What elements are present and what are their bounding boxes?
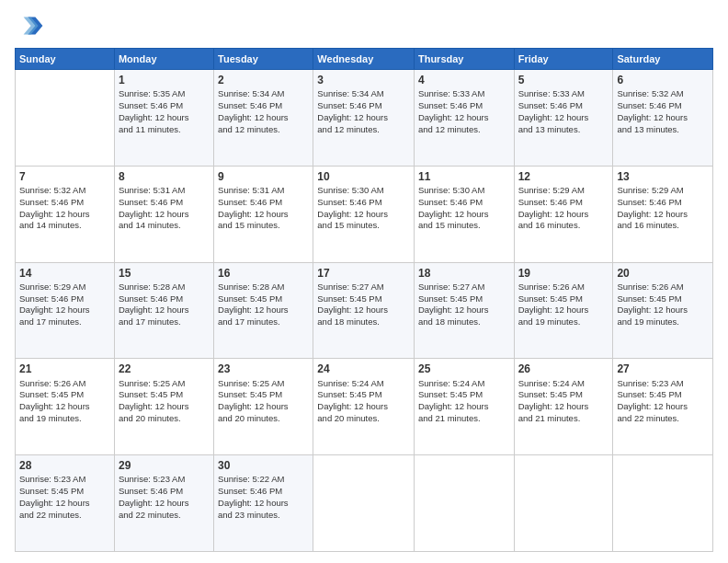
- day-number: 15: [119, 266, 210, 281]
- calendar-cell: 24Sunrise: 5:24 AM Sunset: 5:45 PM Dayli…: [313, 359, 415, 455]
- day-number: 11: [418, 169, 510, 184]
- day-number: 6: [617, 73, 709, 87]
- calendar-cell: 20Sunrise: 5:26 AM Sunset: 5:45 PM Dayli…: [613, 262, 713, 359]
- logo-icon: [15, 11, 44, 40]
- day-number: 7: [19, 169, 110, 184]
- day-number: 22: [119, 362, 210, 376]
- calendar-week-row: 28Sunrise: 5:23 AM Sunset: 5:45 PM Dayli…: [16, 455, 713, 552]
- calendar-cell: 1Sunrise: 5:35 AM Sunset: 5:46 PM Daylig…: [114, 70, 213, 167]
- calendar-cell: 17Sunrise: 5:27 AM Sunset: 5:45 PM Dayli…: [313, 262, 415, 359]
- day-info: Sunrise: 5:26 AM Sunset: 5:45 PM Dayligh…: [518, 282, 609, 328]
- calendar-week-row: 1Sunrise: 5:35 AM Sunset: 5:46 PM Daylig…: [16, 70, 713, 167]
- day-info: Sunrise: 5:29 AM Sunset: 5:46 PM Dayligh…: [19, 282, 110, 328]
- day-number: 3: [317, 73, 410, 87]
- day-info: Sunrise: 5:31 AM Sunset: 5:46 PM Dayligh…: [218, 185, 309, 232]
- day-number: 20: [617, 266, 709, 281]
- day-of-week-header: Thursday: [414, 49, 514, 70]
- day-number: 13: [617, 169, 709, 184]
- day-of-week-header: Friday: [514, 49, 613, 70]
- day-info: Sunrise: 5:34 AM Sunset: 5:46 PM Dayligh…: [317, 88, 410, 135]
- day-number: 10: [317, 169, 410, 184]
- day-number: 4: [418, 73, 510, 87]
- calendar-week-row: 14Sunrise: 5:29 AM Sunset: 5:46 PM Dayli…: [16, 262, 713, 359]
- day-info: Sunrise: 5:26 AM Sunset: 5:45 PM Dayligh…: [19, 378, 110, 425]
- day-number: 9: [218, 169, 309, 184]
- day-number: 19: [518, 266, 609, 281]
- day-number: 14: [19, 266, 110, 281]
- calendar-cell: 4Sunrise: 5:33 AM Sunset: 5:46 PM Daylig…: [414, 70, 514, 167]
- calendar-cell: 23Sunrise: 5:25 AM Sunset: 5:45 PM Dayli…: [214, 359, 313, 455]
- day-info: Sunrise: 5:34 AM Sunset: 5:46 PM Dayligh…: [218, 88, 309, 135]
- day-number: 1: [119, 73, 210, 87]
- day-info: Sunrise: 5:31 AM Sunset: 5:46 PM Dayligh…: [119, 185, 210, 232]
- calendar-cell: 18Sunrise: 5:27 AM Sunset: 5:45 PM Dayli…: [414, 262, 514, 359]
- calendar-cell: 10Sunrise: 5:30 AM Sunset: 5:46 PM Dayli…: [313, 166, 415, 262]
- day-of-week-header: Tuesday: [214, 49, 313, 70]
- calendar-cell: 6Sunrise: 5:32 AM Sunset: 5:46 PM Daylig…: [613, 70, 713, 167]
- day-number: 28: [19, 458, 110, 473]
- calendar-cell: 9Sunrise: 5:31 AM Sunset: 5:46 PM Daylig…: [214, 166, 313, 262]
- day-info: Sunrise: 5:23 AM Sunset: 5:45 PM Dayligh…: [19, 474, 110, 521]
- calendar-cell: [613, 455, 713, 552]
- calendar-cell: 15Sunrise: 5:28 AM Sunset: 5:46 PM Dayli…: [114, 262, 213, 359]
- calendar-cell: 3Sunrise: 5:34 AM Sunset: 5:46 PM Daylig…: [313, 70, 415, 167]
- calendar-cell: [414, 455, 514, 552]
- calendar-week-row: 7Sunrise: 5:32 AM Sunset: 5:46 PM Daylig…: [16, 166, 713, 262]
- day-info: Sunrise: 5:30 AM Sunset: 5:46 PM Dayligh…: [317, 185, 410, 232]
- calendar-cell: 12Sunrise: 5:29 AM Sunset: 5:46 PM Dayli…: [514, 166, 613, 262]
- day-of-week-header: Monday: [114, 49, 213, 70]
- calendar-cell: 2Sunrise: 5:34 AM Sunset: 5:46 PM Daylig…: [214, 70, 313, 167]
- calendar-cell: 26Sunrise: 5:24 AM Sunset: 5:45 PM Dayli…: [514, 359, 613, 455]
- day-info: Sunrise: 5:29 AM Sunset: 5:46 PM Dayligh…: [518, 185, 609, 232]
- day-number: 8: [119, 169, 210, 184]
- calendar-cell: 14Sunrise: 5:29 AM Sunset: 5:46 PM Dayli…: [16, 262, 115, 359]
- calendar-cell: 30Sunrise: 5:22 AM Sunset: 5:46 PM Dayli…: [214, 455, 313, 552]
- calendar-cell: 21Sunrise: 5:26 AM Sunset: 5:45 PM Dayli…: [16, 359, 115, 455]
- calendar-cell: [313, 455, 415, 552]
- day-info: Sunrise: 5:32 AM Sunset: 5:46 PM Dayligh…: [19, 185, 110, 232]
- day-info: Sunrise: 5:35 AM Sunset: 5:46 PM Dayligh…: [119, 88, 210, 135]
- day-number: 5: [518, 73, 609, 87]
- calendar-cell: 11Sunrise: 5:30 AM Sunset: 5:46 PM Dayli…: [414, 166, 514, 262]
- day-number: 24: [317, 362, 410, 376]
- day-info: Sunrise: 5:22 AM Sunset: 5:46 PM Dayligh…: [218, 474, 309, 521]
- day-number: 27: [617, 362, 709, 376]
- calendar-cell: 27Sunrise: 5:23 AM Sunset: 5:45 PM Dayli…: [613, 359, 713, 455]
- day-info: Sunrise: 5:30 AM Sunset: 5:46 PM Dayligh…: [418, 185, 510, 232]
- day-info: Sunrise: 5:32 AM Sunset: 5:46 PM Dayligh…: [617, 88, 709, 135]
- calendar-header-row: SundayMondayTuesdayWednesdayThursdayFrid…: [16, 49, 713, 70]
- day-of-week-header: Wednesday: [313, 49, 415, 70]
- day-number: 12: [518, 169, 609, 184]
- day-number: 25: [418, 362, 510, 376]
- calendar-cell: 5Sunrise: 5:33 AM Sunset: 5:46 PM Daylig…: [514, 70, 613, 167]
- day-info: Sunrise: 5:25 AM Sunset: 5:45 PM Dayligh…: [218, 378, 309, 425]
- calendar-cell: 19Sunrise: 5:26 AM Sunset: 5:45 PM Dayli…: [514, 262, 613, 359]
- calendar-cell: 8Sunrise: 5:31 AM Sunset: 5:46 PM Daylig…: [114, 166, 213, 262]
- calendar-cell: 16Sunrise: 5:28 AM Sunset: 5:45 PM Dayli…: [214, 262, 313, 359]
- calendar-cell: [514, 455, 613, 552]
- day-number: 30: [218, 458, 309, 473]
- day-number: 18: [418, 266, 510, 281]
- day-number: 29: [119, 458, 210, 473]
- day-info: Sunrise: 5:27 AM Sunset: 5:45 PM Dayligh…: [317, 282, 410, 328]
- day-of-week-header: Sunday: [16, 49, 115, 70]
- day-info: Sunrise: 5:28 AM Sunset: 5:46 PM Dayligh…: [119, 282, 210, 328]
- day-info: Sunrise: 5:23 AM Sunset: 5:45 PM Dayligh…: [617, 378, 709, 425]
- day-number: 26: [518, 362, 609, 376]
- day-info: Sunrise: 5:33 AM Sunset: 5:46 PM Dayligh…: [518, 88, 609, 135]
- calendar-cell: 28Sunrise: 5:23 AM Sunset: 5:45 PM Dayli…: [16, 455, 115, 552]
- day-number: 21: [19, 362, 110, 376]
- day-number: 2: [218, 73, 309, 87]
- day-info: Sunrise: 5:24 AM Sunset: 5:45 PM Dayligh…: [418, 378, 510, 425]
- calendar: SundayMondayTuesdayWednesdayThursdayFrid…: [15, 48, 713, 552]
- calendar-cell: 13Sunrise: 5:29 AM Sunset: 5:46 PM Dayli…: [613, 166, 713, 262]
- logo: [15, 11, 48, 40]
- day-info: Sunrise: 5:26 AM Sunset: 5:45 PM Dayligh…: [617, 282, 709, 328]
- page: SundayMondayTuesdayWednesdayThursdayFrid…: [0, 0, 728, 563]
- day-info: Sunrise: 5:28 AM Sunset: 5:45 PM Dayligh…: [218, 282, 309, 328]
- calendar-cell: 25Sunrise: 5:24 AM Sunset: 5:45 PM Dayli…: [414, 359, 514, 455]
- calendar-cell: 29Sunrise: 5:23 AM Sunset: 5:46 PM Dayli…: [114, 455, 213, 552]
- day-info: Sunrise: 5:29 AM Sunset: 5:46 PM Dayligh…: [617, 185, 709, 232]
- day-info: Sunrise: 5:24 AM Sunset: 5:45 PM Dayligh…: [518, 378, 609, 425]
- day-number: 17: [317, 266, 410, 281]
